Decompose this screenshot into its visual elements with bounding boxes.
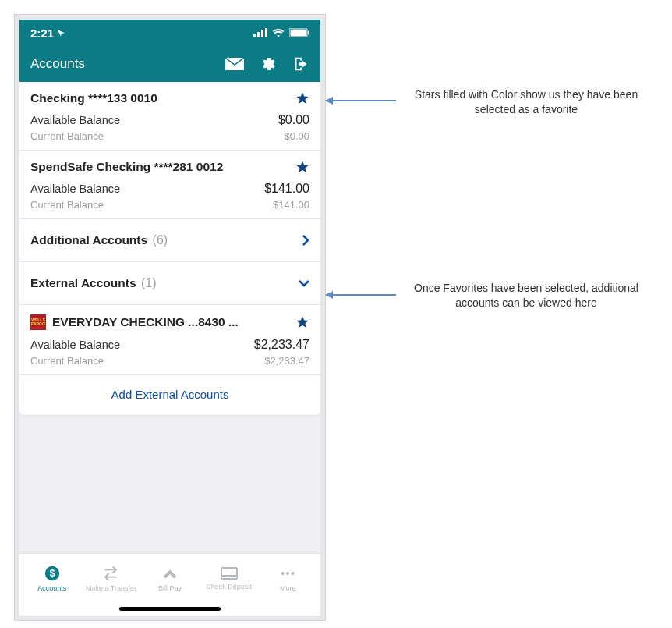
nav-accounts[interactable]: $ Accounts — [23, 565, 82, 592]
home-indicator-area — [19, 601, 320, 616]
chevron-right-icon — [302, 235, 309, 246]
svg-point-14 — [292, 572, 295, 575]
svg-rect-6 — [308, 31, 309, 35]
account-card[interactable]: SpendSafe Checking ****281 0012 Availabl… — [19, 151, 320, 219]
status-time: 2:21 — [30, 27, 54, 40]
nav-label: More — [280, 584, 296, 592]
external-accounts-row[interactable]: External Accounts (1) — [19, 262, 320, 305]
deposit-icon — [220, 566, 239, 580]
transfer-icon — [102, 565, 119, 582]
svg-point-13 — [286, 572, 289, 575]
additional-accounts-count: (6) — [153, 233, 168, 247]
external-accounts-count: (1) — [141, 276, 157, 289]
annotation-text-2: Once Favorites have been selected, addit… — [398, 281, 655, 310]
gear-icon[interactable] — [260, 55, 277, 73]
current-balance-value: $2,233.47 — [264, 355, 309, 367]
available-balance-label: Available Balance — [30, 339, 120, 351]
available-balance-value: $141.00 — [264, 182, 309, 196]
nav-label: Accounts — [37, 584, 66, 592]
nav-label: Make a Transfer — [86, 584, 136, 592]
home-indicator[interactable] — [119, 607, 221, 611]
page-title: Accounts — [30, 56, 85, 72]
current-balance-value: $0.00 — [284, 130, 309, 142]
svg-rect-11 — [221, 575, 237, 577]
nav-label: Bill Pay — [158, 584, 182, 592]
svg-rect-3 — [265, 28, 267, 37]
nav-more[interactable]: More — [258, 565, 317, 592]
annotation-arrow-1 — [326, 100, 396, 101]
available-balance-label: Available Balance — [30, 114, 120, 126]
favorite-star-icon[interactable] — [295, 160, 309, 174]
phone-frame: 2:21 Accounts — [14, 14, 326, 621]
accounts-icon: $ — [44, 565, 61, 582]
nav-billpay[interactable]: Bill Pay — [140, 565, 200, 592]
more-icon — [279, 565, 296, 582]
favorite-star-icon[interactable] — [295, 315, 309, 329]
nav-deposit[interactable]: Check Deposit — [200, 566, 259, 591]
account-name: SpendSafe Checking ****281 0012 — [30, 160, 223, 174]
svg-rect-0 — [253, 34, 256, 37]
mail-icon[interactable] — [225, 58, 244, 70]
external-account-card[interactable]: WELLS FARGO EVERYDAY CHECKING ...8430 ..… — [19, 305, 320, 375]
status-bar: 2:21 — [19, 20, 320, 46]
bank-logo-badge: WELLS FARGO — [30, 314, 46, 330]
favorite-star-icon[interactable] — [295, 91, 309, 105]
nav-label: Check Deposit — [206, 583, 252, 591]
available-balance-value: $2,233.47 — [254, 338, 309, 352]
chevron-down-icon — [299, 279, 309, 287]
additional-accounts-label: Additional Accounts — [30, 233, 147, 247]
account-card[interactable]: Checking ****133 0010 Available Balance … — [19, 82, 320, 151]
external-accounts-label: External Accounts — [30, 276, 136, 289]
logout-icon[interactable] — [292, 55, 309, 73]
bottom-nav: $ Accounts Make a Transfer Bill Pay — [19, 553, 320, 601]
svg-rect-5 — [291, 30, 306, 37]
app-header: Accounts — [19, 46, 320, 82]
available-balance-label: Available Balance — [30, 183, 120, 195]
account-name: Checking ****133 0010 — [30, 91, 157, 105]
current-balance-label: Current Balance — [30, 199, 104, 211]
svg-point-12 — [281, 572, 285, 575]
available-balance-value: $0.00 — [278, 113, 309, 127]
nav-transfer[interactable]: Make a Transfer — [82, 565, 141, 592]
current-balance-value: $141.00 — [273, 199, 309, 211]
annotation-text-1: Stars filled with Color show us they hav… — [398, 87, 655, 117]
content-area: Checking ****133 0010 Available Balance … — [19, 82, 320, 553]
location-icon — [57, 29, 65, 37]
add-external-accounts-button[interactable]: Add External Accounts — [19, 375, 320, 416]
battery-icon — [289, 28, 309, 37]
current-balance-label: Current Balance — [30, 130, 104, 142]
svg-text:$: $ — [49, 568, 55, 579]
account-name: EVERYDAY CHECKING ...8430 ... — [52, 315, 239, 329]
billpay-icon — [161, 565, 179, 582]
svg-rect-1 — [257, 32, 260, 37]
current-balance-label: Current Balance — [30, 355, 104, 367]
annotation-arrow-2 — [326, 294, 396, 296]
svg-rect-2 — [261, 30, 263, 37]
additional-accounts-row[interactable]: Additional Accounts (6) — [19, 219, 320, 262]
phone-screen: 2:21 Accounts — [19, 20, 320, 616]
wifi-icon — [272, 28, 285, 37]
cell-signal-icon — [253, 28, 267, 37]
